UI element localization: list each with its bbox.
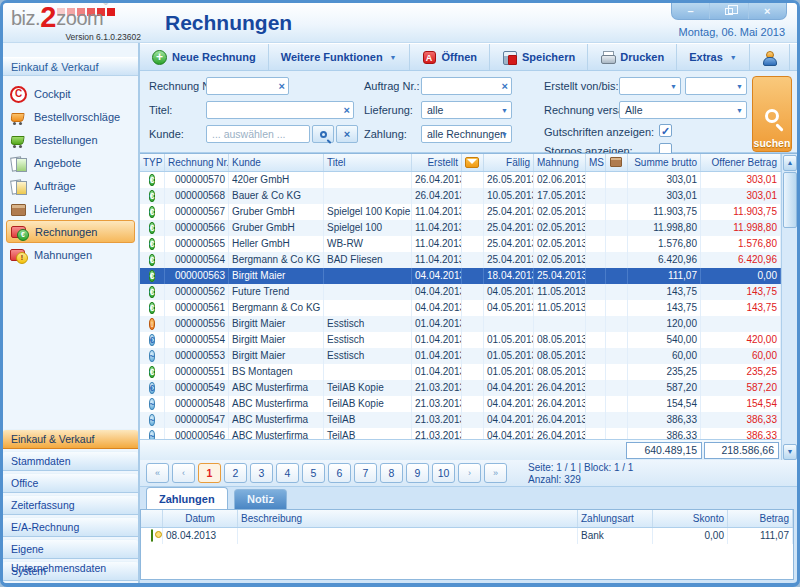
erstellt-bis-dropdown[interactable]: ▼: [685, 77, 747, 95]
page-button-4[interactable]: 4: [276, 463, 299, 483]
extras-button[interactable]: Extras▼: [677, 44, 750, 70]
last-page-button[interactable]: »: [484, 463, 507, 483]
table-row[interactable]: €000000554Birgitt MaierEsstisch01.04.201…: [140, 332, 781, 348]
table-row[interactable]: ~000000547ABC MusterfirmaTeilAB21.03.201…: [140, 412, 781, 428]
page-button-3[interactable]: 3: [250, 463, 273, 483]
clear-icon[interactable]: ×: [344, 104, 350, 117]
column-header-fällig[interactable]: Fällig: [484, 154, 534, 171]
versandt-dropdown[interactable]: Alle▼: [619, 101, 747, 119]
sidebar-section-e-a-rechnung[interactable]: E/A-Rechnung: [3, 517, 138, 537]
sidebar-item-aufträge[interactable]: Aufträge: [3, 174, 138, 197]
öffnen-button[interactable]: Öffnen: [410, 44, 490, 70]
payments-column-header-skonto[interactable]: Skonto: [653, 510, 728, 527]
kunde-clear-button[interactable]: ×: [336, 125, 358, 143]
user-button[interactable]: [750, 44, 790, 70]
table-row[interactable]: €000000566Gruber GmbHSpielgel 10011.04.2…: [140, 220, 781, 236]
column-header-erstellt[interactable]: Erstellt: [412, 154, 462, 171]
column-header-titel[interactable]: Titel: [324, 154, 412, 171]
sidebar-section-stammdaten[interactable]: Stammdaten: [3, 451, 138, 471]
speichern-button[interactable]: Speichern: [490, 44, 588, 70]
clear-icon[interactable]: ×: [279, 80, 285, 93]
sidebar-item-bestellvorschläge[interactable]: Bestellvorschläge: [3, 105, 138, 128]
table-row[interactable]: €000000563Birgitt Maier04.04.201318.04.2…: [140, 268, 781, 284]
column-header-ms[interactable]: MS: [586, 154, 606, 171]
table-row[interactable]: €000000568Bauer & Co KG26.04.201310.05.2…: [140, 188, 781, 204]
zahlung-dropdown[interactable]: alle Rechnungen▼: [421, 125, 512, 143]
minimize-button[interactable]: –: [672, 3, 710, 19]
table-row[interactable]: ~000000546ABC MusterfirmaTeilAB21.03.201…: [140, 428, 781, 439]
invoice-table-header: TYPRechnung Nr.KundeTitelErstelltFälligM…: [140, 154, 781, 172]
table-row[interactable]: €000000561Bergmann & Co KG04.04.201304.0…: [140, 300, 781, 316]
weitere-funktionen-button[interactable]: Weitere Funktionen▼: [269, 44, 410, 70]
column-header-offener-betrag[interactable]: Offener Betrag: [701, 154, 781, 171]
page-button-10[interactable]: 10: [432, 463, 455, 483]
next-page-button[interactable]: ›: [458, 463, 481, 483]
neue-rechnung-button[interactable]: Neue Rechnung: [140, 44, 269, 70]
table-row[interactable]: €000000562Future Trend04.04.201304.05.20…: [140, 284, 781, 300]
sidebar-section-einkauf-verkauf[interactable]: Einkauf & Verkauf: [3, 429, 138, 449]
page-button-8[interactable]: 8: [380, 463, 403, 483]
sidebar-item-cockpit[interactable]: Cockpit: [3, 82, 138, 105]
table-row[interactable]: ~000000548ABC MusterfirmaTeilAB Kopie21.…: [140, 396, 781, 412]
table-row[interactable]: ~000000553Birgitt MaierEsstisch01.04.201…: [140, 348, 781, 364]
previous-page-button[interactable]: ‹: [172, 463, 195, 483]
payments-column-header-beschreibung[interactable]: Beschreibung: [238, 510, 578, 527]
sidebar-section-zeiterfassung[interactable]: Zeiterfassung: [3, 495, 138, 515]
payment-row[interactable]: 08.04.2013Bank0,00111,07: [141, 528, 793, 544]
tab-zahlungen[interactable]: Zahlungen: [146, 487, 228, 509]
page-button-6[interactable]: 6: [328, 463, 351, 483]
titel-input[interactable]: ×: [206, 101, 354, 119]
table-row[interactable]: ↓000000556Birgitt MaierEsstisch01.04.201…: [140, 316, 781, 332]
kunde-input[interactable]: ... auswählen ...: [206, 125, 310, 143]
column-header-rechnung-nr-[interactable]: Rechnung Nr.: [165, 154, 229, 171]
page-block-info: Seite: 1 / 1 | Block: 1 / 1: [528, 462, 633, 474]
restore-button[interactable]: [710, 3, 748, 19]
page-button-7[interactable]: 7: [354, 463, 377, 483]
scroll-down-icon[interactable]: ▼: [783, 444, 797, 460]
payments-column-header-zahlungsart[interactable]: Zahlungsart: [578, 510, 653, 527]
lieferung-dropdown[interactable]: alle▼: [421, 101, 512, 119]
sidebar-item-mahnungen[interactable]: Mahnungen: [3, 243, 138, 266]
erstellt-von-dropdown[interactable]: ▼: [619, 77, 681, 95]
kunde-search-button[interactable]: [312, 125, 334, 143]
rechnung-nr-input[interactable]: ×: [206, 77, 289, 95]
auftrag-nr-input[interactable]: ×: [421, 77, 512, 95]
scroll-up-icon[interactable]: ▲: [783, 155, 797, 171]
table-row[interactable]: €000000570420er GmbH26.04.201326.05.2013…: [140, 172, 781, 188]
page-button-1[interactable]: 1: [198, 463, 221, 483]
scrollbar-thumb[interactable]: [783, 172, 797, 228]
tab-notiz[interactable]: Notiz: [234, 489, 287, 509]
sidebar-section-eigene-unternehmensdaten[interactable]: Eigene Unternehmensdaten: [3, 539, 138, 559]
column-header-mail[interactable]: [462, 154, 484, 171]
sidebar-item-rechnungen[interactable]: Rechnungen: [6, 220, 135, 243]
cell: 000000548: [165, 396, 229, 412]
column-header-summe-brutto[interactable]: Summe brutto: [628, 154, 701, 171]
close-button[interactable]: ×: [749, 3, 786, 19]
column-header-kunde[interactable]: Kunde: [229, 154, 324, 171]
page-button-2[interactable]: 2: [224, 463, 247, 483]
column-header-mahnung[interactable]: Mahnung: [534, 154, 586, 171]
table-row[interactable]: €000000565Heller GmbHWB-RW11.04.201325.0…: [140, 236, 781, 252]
column-header-package[interactable]: [606, 154, 628, 171]
suchen-button[interactable]: suchen: [752, 76, 792, 152]
table-row[interactable]: €000000564Bergmann & Co KGBAD Fliesen11.…: [140, 252, 781, 268]
first-page-button[interactable]: «: [146, 463, 169, 483]
payments-column-header-icon[interactable]: [141, 510, 163, 527]
column-header-typ[interactable]: TYP: [140, 154, 165, 171]
table-row[interactable]: €000000549ABC MusterfirmaTeilAB Kopie21.…: [140, 380, 781, 396]
sidebar-item-angebote[interactable]: Angebote: [3, 151, 138, 174]
gutschriften-checkbox[interactable]: ✓: [659, 124, 672, 137]
payments-column-header-betrag[interactable]: Betrag: [728, 510, 793, 527]
page-button-5[interactable]: 5: [302, 463, 325, 483]
clear-icon[interactable]: ×: [502, 80, 508, 93]
payments-column-header-datum[interactable]: Datum: [163, 510, 238, 527]
sidebar-item-bestellungen[interactable]: Bestellungen: [3, 128, 138, 151]
vertical-scrollbar[interactable]: ▲ ▼: [781, 154, 797, 461]
page-button-9[interactable]: 9: [406, 463, 429, 483]
table-row[interactable]: €000000567Gruber GmbHSpielgel 100 Kopie1…: [140, 204, 781, 220]
table-row[interactable]: €000000551BS Montagen01.04.201301.05.201…: [140, 364, 781, 380]
drucken-button[interactable]: Drucken: [588, 44, 677, 70]
typ-cell: €: [140, 300, 165, 316]
sidebar-section-office[interactable]: Office: [3, 473, 138, 493]
sidebar-item-lieferungen[interactable]: Lieferungen: [3, 197, 138, 220]
